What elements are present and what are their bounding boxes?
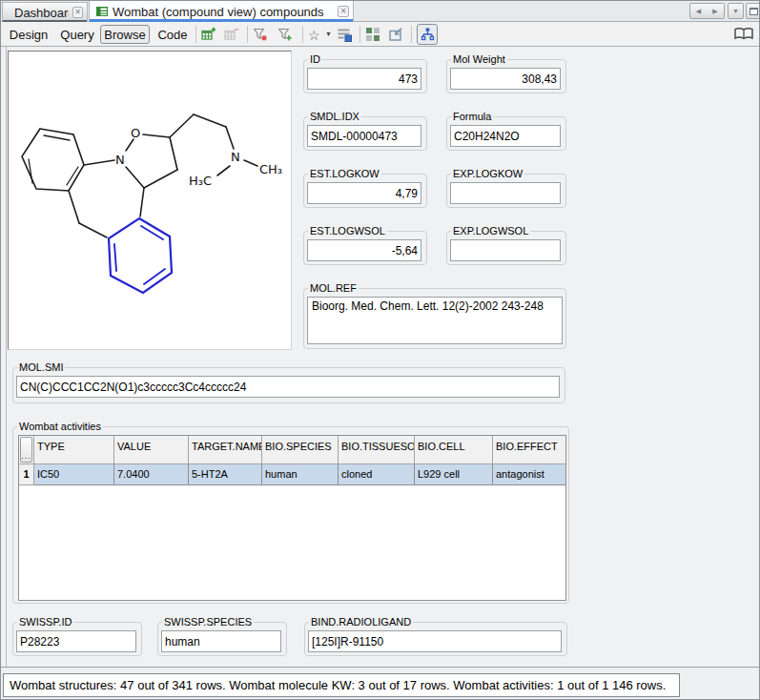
cell-type[interactable]: IC50 — [34, 464, 114, 485]
cell-bio-tissuesource[interactable]: cloned — [339, 464, 415, 485]
field-group-exp-logkow: EXP.LOGKOW — [446, 174, 566, 208]
add-row-icon[interactable] — [201, 27, 216, 42]
field-label-mol-smi: MOL.SMI — [17, 361, 65, 373]
field-group-est-logkow: EST.LOGKOW — [303, 174, 427, 208]
activities-table-header: ... TYPE VALUE TARGET.NAME BIO.SPECIES B… — [19, 436, 565, 464]
est-logkow-input[interactable] — [307, 182, 421, 204]
exp-logkow-input[interactable] — [450, 182, 561, 204]
table-corner-button[interactable]: ... — [20, 437, 32, 463]
field-label-est-logkow: EST.LOGKOW — [308, 168, 381, 179]
field-label-swissp-species: SWISSP.SPECIES — [162, 616, 254, 628]
tab-wombat-label: Wombat (compound view) compounds — [113, 5, 334, 19]
field-group-bind-radioligand: BIND.RADIOLIGAND — [304, 622, 567, 656]
table-row[interactable]: 1 IC50 7.0400 5-HT2A human cloned L929 c… — [19, 464, 565, 485]
tab-bar: Dashboard ✕ Wombat (compound view) compo… — [1, 1, 760, 22]
delete-row-icon[interactable] — [224, 27, 239, 42]
activities-group-label: Wombat activities — [17, 421, 103, 432]
filter-remove-icon[interactable] — [253, 27, 268, 42]
export-icon[interactable] — [388, 27, 403, 42]
column-header-bio-cell[interactable]: BIO.CELL — [415, 436, 493, 464]
field-label-bind-radioligand: BIND.RADIOLIGAND — [309, 616, 413, 628]
mol-weight-input[interactable] — [450, 68, 561, 90]
field-label-id: ID — [308, 53, 322, 65]
field-label-mol-ref: MOL.REF — [308, 282, 359, 294]
app-window: Dashboard ✕ Wombat (compound view) compo… — [0, 0, 760, 700]
toolbar-separator — [411, 26, 412, 43]
molecule-drawing: N O N H₃C CH₃ — [9, 51, 291, 349]
column-header-target-name[interactable]: TARGET.NAME — [189, 436, 262, 464]
atom-label-o: O — [131, 126, 140, 140]
toolbar-separator — [195, 26, 196, 43]
column-header-value[interactable]: VALUE — [114, 436, 189, 464]
maximize-button[interactable] — [746, 3, 760, 19]
field-group-swissp-id: SWISSP.ID — [12, 622, 142, 656]
tab-dashboard[interactable]: Dashboard ✕ — [2, 2, 88, 22]
toolbar-separator — [359, 26, 360, 43]
atom-label-h3c: H₃C — [189, 174, 212, 188]
panel-edge-line — [6, 47, 7, 667]
grid-view-icon — [95, 5, 109, 18]
browse-button[interactable]: Browse — [100, 25, 150, 44]
highlighted-ring — [109, 218, 172, 293]
cell-target-name[interactable]: 5-HT2A — [189, 464, 262, 485]
close-icon[interactable]: ✕ — [72, 7, 83, 18]
column-header-type[interactable]: TYPE — [34, 436, 114, 464]
field-label-formula: Formula — [451, 111, 493, 122]
status-bar: Wombat structures: 47 out of 341 rows. W… — [1, 667, 760, 700]
hierarchy-view-button[interactable] — [417, 24, 438, 45]
row-header[interactable]: 1 — [19, 464, 34, 485]
mol-ref-input[interactable]: Bioorg. Med. Chem. Lett. 12(2)-2002 243-… — [307, 297, 563, 344]
widgets-grid-icon[interactable] — [365, 27, 380, 42]
status-text: Wombat structures: 47 out of 341 rows. W… — [10, 678, 666, 692]
star-icon: ☆ — [308, 28, 320, 43]
close-icon[interactable]: ✕ — [338, 6, 349, 17]
field-group-exp-logwsol: EXP.LOGWSOL — [446, 231, 566, 265]
column-header-bio-species[interactable]: BIO.SPECIES — [262, 436, 339, 464]
field-group-smdl-idx: SMDL.IDX — [303, 116, 427, 151]
mol-smi-input[interactable] — [16, 376, 560, 398]
design-button[interactable]: Design — [7, 25, 51, 44]
bind-radioligand-input[interactable] — [308, 630, 562, 652]
tab-dashboard-label: Dashboard — [14, 6, 69, 20]
atom-label-n2: N — [231, 150, 240, 164]
formula-input[interactable] — [450, 125, 561, 147]
code-button[interactable]: Code — [154, 25, 192, 44]
tab-scroll-left-button[interactable]: ◀ — [689, 3, 708, 19]
structure-viewer[interactable]: N O N H₃C CH₃ — [8, 51, 292, 350]
smdl-idx-input[interactable] — [307, 125, 421, 147]
atom-label-ch3: CH₃ — [259, 162, 282, 176]
cell-bio-effect[interactable]: antagonist — [493, 464, 565, 485]
atom-label-n1: N — [115, 153, 125, 167]
status-message-box: Wombat structures: 47 out of 341 rows. W… — [3, 673, 680, 697]
favorites-star-icon[interactable]: ☆ — [308, 27, 323, 42]
table-corner-cell: ... — [19, 436, 34, 464]
toolbar: Design Query Browse Code — [1, 22, 760, 47]
column-header-bio-effect[interactable]: BIO.EFFECT — [493, 436, 565, 464]
filter-add-icon[interactable] — [277, 27, 293, 42]
activities-group: Wombat activities ... TYPE VALUE TARGET.… — [12, 426, 569, 604]
form-view-icon[interactable] — [337, 27, 352, 42]
maximize-icon — [750, 8, 758, 15]
field-label-est-logwsol: EST.LOGWSOL — [308, 225, 387, 237]
bookmarks-book-icon[interactable] — [733, 27, 754, 42]
cell-bio-cell[interactable]: L929 cell — [415, 464, 493, 485]
tab-scroll-right-button[interactable]: ▶ — [707, 3, 725, 19]
field-group-mol-smi: MOL.SMI — [12, 367, 565, 403]
exp-logwsol-input[interactable] — [450, 239, 561, 261]
cell-value[interactable]: 7.0400 — [114, 464, 189, 485]
field-group-formula: Formula — [446, 116, 566, 151]
swissp-id-input[interactable] — [16, 630, 136, 652]
column-header-bio-tissuesource[interactable]: BIO.TISSUESOU — [339, 436, 415, 464]
field-group-swissp-species: SWISSP.SPECIES — [157, 622, 287, 656]
field-label-exp-logwsol: EXP.LOGWSOL — [451, 225, 530, 237]
swissp-species-input[interactable] — [161, 630, 281, 652]
activities-table: ... TYPE VALUE TARGET.NAME BIO.SPECIES B… — [18, 435, 566, 601]
cell-bio-species[interactable]: human — [262, 464, 339, 485]
query-button[interactable]: Query — [56, 25, 98, 44]
est-logwsol-input[interactable] — [307, 239, 421, 261]
tab-list-dropdown-button[interactable]: ▼ — [728, 3, 744, 19]
field-label-mol-weight: Mol Weight — [451, 53, 507, 65]
tab-wombat-compounds[interactable]: Wombat (compound view) compounds ✕ — [89, 1, 354, 22]
id-input[interactable] — [307, 68, 421, 90]
star-dropdown-caret-icon[interactable]: ▼ — [325, 31, 332, 37]
